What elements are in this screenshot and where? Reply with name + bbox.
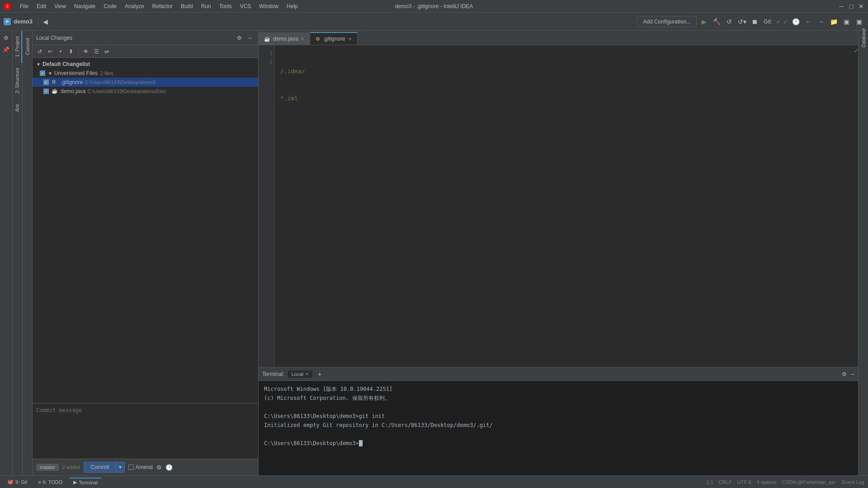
maximize-button[interactable]: □ [848, 3, 854, 9]
commit-dropdown-button[interactable]: ▾ [116, 462, 125, 473]
gitignore-tab-close-icon[interactable]: ✕ [348, 37, 352, 42]
menu-item-edit[interactable]: Edit [33, 2, 50, 10]
sidebar-item-ant[interactable]: Ant [13, 99, 22, 117]
terminal-add-button[interactable]: + [318, 371, 321, 378]
unversioned-files-group[interactable]: ✓ ▼ Unversioned Files 2 files [33, 69, 258, 78]
java-file-icon: ☕ [52, 88, 58, 94]
file-tree: ▼ Default Changelist ✓ ▼ Unversioned Fil… [33, 58, 258, 403]
code-line-2: *.iml [280, 94, 849, 103]
tab-gitignore-label: .gitignore [323, 36, 345, 42]
commit-message-input[interactable] [33, 404, 258, 459]
sidebar-icon-2[interactable]: 📌 [1, 44, 12, 55]
menu-item-window[interactable]: Window [255, 2, 282, 10]
commit-settings-icon[interactable]: ⚙ [156, 464, 162, 471]
sidebar-icon-1[interactable]: ⚙ [1, 33, 12, 43]
commit-button[interactable]: Commit [84, 462, 116, 473]
move-to-changelist-icon[interactable]: ⬆ [66, 47, 75, 56]
local-changes-panel: Local Changes ⚙ ─ ↺ ↩ + ⬆ 👁 ☰ ⇌ ▼ Defaul… [33, 31, 259, 475]
layout-button2[interactable]: ▣ [854, 16, 864, 27]
java-checkbox[interactable]: ✓ [43, 89, 49, 94]
changelist-title: Default Changelist [42, 61, 90, 67]
menu-item-file[interactable]: File [16, 2, 32, 10]
list-item[interactable]: ✓ ☕ demo.java C:\Users\86133\Desktop\dem… [33, 87, 258, 96]
editor-right-edge: ✓ [854, 45, 858, 367]
menu-item-refactor[interactable]: Refactor [149, 2, 176, 10]
java-tab-close-icon[interactable]: ✕ [301, 37, 304, 42]
menu-item-vcs[interactable]: VCS [236, 2, 255, 10]
terminal-content[interactable]: Microsoft Windows [版本 10.0.19044.2251] (… [259, 381, 858, 475]
undo-button[interactable]: ← [803, 16, 814, 27]
tab-demo-java[interactable]: ☕ demo.java ✕ [259, 33, 310, 45]
clock-button[interactable]: 🕐 [790, 16, 801, 27]
rollback-icon[interactable]: ↩ [46, 47, 55, 56]
code-line-1: /.idea/ [280, 67, 849, 76]
terminal-minimize-icon[interactable]: ─ [850, 371, 854, 377]
amend-checkbox[interactable] [128, 465, 134, 470]
menu-item-tools[interactable]: Tools [216, 2, 236, 10]
menu-item-build[interactable]: Build [177, 2, 197, 10]
sort-icon[interactable]: ⇌ [102, 47, 111, 56]
refresh-icon[interactable]: ↺ [35, 47, 44, 56]
menu-bar: FileEditViewNavigateCodeAnalyzeRefactorB… [16, 2, 302, 10]
right-sidebar-database[interactable]: Database [859, 33, 868, 43]
commit-clock-icon[interactable]: 🕐 [165, 464, 173, 471]
event-log-button[interactable]: Event Log [842, 479, 864, 485]
amend-label: Amend [128, 464, 153, 470]
menu-item-analyze[interactable]: Analyze [121, 2, 148, 10]
sidebar-item-structure[interactable]: 2: Structure [13, 62, 22, 99]
default-changelist-header[interactable]: ▼ Default Changelist [33, 60, 258, 69]
tab-gitignore[interactable]: ⚙ .gitignore ✕ [310, 32, 357, 45]
local-changes-title: Local Changes [36, 35, 72, 41]
menu-item-code[interactable]: Code [100, 2, 120, 10]
add-to-vcs-icon[interactable]: + [56, 47, 65, 56]
list-item[interactable]: ✓ ⚙ .gitignore C:\Users\86133\Desktop\de… [33, 78, 258, 87]
folder-button[interactable]: 📁 [828, 16, 839, 27]
menu-item-view[interactable]: View [51, 2, 70, 10]
terminal-settings-icon[interactable]: ⚙ [842, 371, 847, 377]
sidebar-item-project[interactable]: 1: Project [13, 31, 22, 62]
commit-area: master 2 added Commit ▾ Amend ⚙ 🕐 [33, 403, 258, 475]
indent-info: 4 spaces [757, 479, 777, 485]
cursor-position: 1:1 [707, 479, 713, 485]
bottom-tab-terminal[interactable]: ▶ Terminal [70, 478, 101, 486]
main-toolbar: P demo3 ◀ Add Configuration... ▶ 🔨 ↺ ↺▾ … [0, 13, 868, 31]
group-by-icon[interactable]: ☰ [92, 47, 101, 56]
editor-code[interactable]: /.idea/ *.iml [275, 45, 854, 367]
menu-item-help[interactable]: Help [283, 2, 302, 10]
add-configuration-button[interactable]: Add Configuration... [637, 16, 697, 27]
close-button[interactable]: ✕ [858, 3, 864, 9]
build-button[interactable]: 🔨 [711, 16, 722, 27]
bottom-tab-todo[interactable]: ≡ 6: TODO [34, 479, 66, 486]
editor-valid-icon: ✓ [854, 47, 858, 54]
sync-button[interactable]: ↺ [724, 16, 735, 27]
unversioned-checkbox[interactable]: ✓ [40, 70, 45, 76]
git-label: Git: [764, 19, 772, 25]
user-info: CSDN:@Fisherman_sa↑ [782, 479, 837, 485]
settings-icon[interactable]: ⚙ [235, 33, 244, 42]
sidebar-item-commit[interactable]: Commit [23, 33, 32, 61]
gitignore-checkbox[interactable]: ✓ [43, 80, 49, 85]
menu-item-run[interactable]: Run [198, 2, 215, 10]
layout-button1[interactable]: ▣ [841, 16, 852, 27]
terminal-area: Terminal: Local ✕ + ⚙ ─ Microsoft Window… [259, 367, 858, 475]
window-title: demo3 - .gitignore - IntelliJ IDEA [395, 3, 473, 9]
todo-tab-label: 6: TODO [43, 479, 63, 485]
toolbar-separator [78, 48, 79, 55]
title-bar-left: J FileEditViewNavigateCodeAnalyzeRefacto… [4, 2, 302, 10]
commit-sidebar: Commit [23, 31, 33, 475]
redo-button[interactable]: → [816, 16, 826, 27]
stop-button[interactable]: ⏹ [749, 16, 760, 27]
content-area: ⚙ 📌 1: Project 2: Structure Ant Commit L… [0, 31, 868, 475]
terminal-cursor [359, 440, 363, 446]
menu-item-navigate[interactable]: Navigate [71, 2, 99, 10]
terminal-tab-close-icon[interactable]: ✕ [305, 371, 309, 376]
line-number-1: 1 [260, 49, 273, 58]
minimize-button[interactable]: ─ [838, 3, 844, 9]
terminal-local-tab[interactable]: Local ✕ [288, 371, 312, 378]
run-button[interactable]: ▶ [698, 16, 709, 27]
back-arrow-icon[interactable]: ◀ [40, 16, 51, 27]
minimize-panel-icon[interactable]: ─ [245, 33, 255, 42]
view-options-icon[interactable]: 👁 [81, 47, 90, 56]
sync-dropdown-button[interactable]: ↺▾ [736, 16, 747, 27]
bottom-tab-git[interactable]: 🐙 9: Git [4, 478, 31, 486]
